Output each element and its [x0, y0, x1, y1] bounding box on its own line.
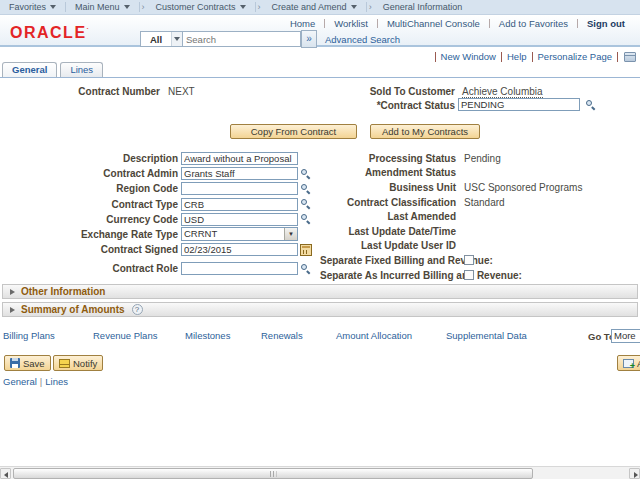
- goto-select[interactable]: More: [611, 329, 640, 343]
- page-tabs: General Lines: [2, 62, 103, 77]
- renewals-link[interactable]: Renewals: [261, 330, 303, 341]
- summary-of-amounts-section[interactable]: Summary of Amounts ?: [2, 302, 638, 317]
- notify-label: Notify: [73, 358, 97, 369]
- copy-from-contract-button[interactable]: Copy From Contract: [230, 124, 357, 139]
- field-exchange-rate-type: Exchange Rate Type CRRNT ▼: [0, 227, 322, 242]
- scroll-right-button[interactable]: [629, 468, 640, 479]
- notify-button[interactable]: Notify: [53, 355, 103, 371]
- field-amendment-status: Amendment Status: [320, 166, 640, 181]
- lookup-icon[interactable]: [300, 263, 312, 275]
- nav-add-to-favorites[interactable]: Add to Favorites: [490, 18, 577, 29]
- supplemental-data-link[interactable]: Supplemental Data: [446, 330, 527, 341]
- oracle-logo: ORACLE´: [10, 24, 90, 42]
- tab-lines[interactable]: Lines: [60, 62, 103, 77]
- help-link[interactable]: Help: [502, 51, 532, 62]
- amount-allocation-link[interactable]: Amount Allocation: [336, 330, 412, 341]
- breadcrumb-label: General Information: [383, 2, 463, 12]
- last-update-user-id-label: Last Update User ID: [320, 240, 456, 251]
- description-input[interactable]: [181, 152, 298, 165]
- contract-role-input[interactable]: [181, 262, 298, 275]
- contract-classification-value: Standard: [464, 197, 505, 208]
- scrollbar-grip-icon: [270, 471, 277, 477]
- search-scope-select[interactable]: All: [140, 31, 183, 47]
- breadcrumb-label: Create and Amend: [272, 2, 347, 12]
- nav-worklist[interactable]: Worklist: [325, 18, 377, 29]
- breadcrumb: Favorites Main Menu › Customer Contracts…: [0, 0, 640, 15]
- exchange-rate-type-select[interactable]: CRRNT ▼: [181, 227, 298, 241]
- lookup-icon[interactable]: [300, 168, 312, 180]
- milestones-link[interactable]: Milestones: [185, 330, 230, 341]
- tab-general[interactable]: General: [2, 62, 57, 77]
- calendar-icon[interactable]: [300, 244, 312, 256]
- scrollbar-thumb[interactable]: [13, 468, 533, 479]
- personalize-page-link[interactable]: Personalize Page: [533, 51, 617, 62]
- breadcrumb-create-and-amend[interactable]: Create and Amend: [263, 0, 366, 14]
- scroll-left-button[interactable]: [0, 468, 11, 479]
- breadcrumb-label: Favorites: [9, 2, 46, 12]
- notify-icon: [59, 359, 70, 368]
- lookup-icon[interactable]: [300, 213, 312, 225]
- contract-type-input[interactable]: [181, 198, 298, 211]
- chevron-down-icon: [240, 5, 246, 9]
- add-button[interactable]: Add: [617, 355, 640, 371]
- save-icon: [10, 358, 20, 368]
- advanced-search-link[interactable]: Advanced Search: [325, 34, 400, 45]
- region-code-input[interactable]: [181, 182, 298, 195]
- currency-code-label: Currency Code: [0, 214, 181, 225]
- save-button[interactable]: Save: [4, 355, 51, 371]
- other-information-section[interactable]: Other Information: [2, 284, 638, 299]
- field-contract-classification: Contract Classification Standard: [320, 195, 640, 210]
- sold-to-customer-label: Sold To Customer: [295, 86, 455, 97]
- separate-as-incurred-billing-checkbox[interactable]: [464, 270, 474, 280]
- amendment-status-label: Amendment Status: [320, 167, 456, 178]
- save-label: Save: [23, 358, 45, 369]
- nav-home[interactable]: Home: [281, 18, 324, 29]
- chevron-right-icon: ›: [367, 2, 374, 12]
- search-input[interactable]: [183, 31, 301, 47]
- breadcrumb-favorites[interactable]: Favorites: [0, 0, 65, 14]
- field-processing-status: Processing Status Pending: [320, 151, 640, 166]
- lookup-icon[interactable]: [300, 183, 312, 195]
- footer-general-link[interactable]: General: [3, 376, 37, 387]
- contract-type-label: Contract Type: [0, 199, 181, 210]
- search-go-button[interactable]: »: [301, 30, 317, 48]
- field-contract-role: Contract Role: [0, 261, 322, 276]
- currency-code-input[interactable]: [181, 213, 298, 226]
- field-last-amended: Last Amended: [320, 209, 640, 224]
- contract-status-label: *Contract Status: [295, 100, 455, 111]
- personalize-layout-icon[interactable]: [624, 52, 636, 62]
- field-contract-signed: Contract Signed: [0, 242, 322, 257]
- last-amended-label: Last Amended: [320, 211, 456, 222]
- add-icon: [623, 359, 634, 368]
- footer-lines-link[interactable]: Lines: [45, 376, 68, 387]
- lookup-icon[interactable]: [300, 198, 312, 210]
- revenue-plans-link[interactable]: Revenue Plans: [93, 330, 157, 341]
- lookup-icon[interactable]: [585, 99, 597, 111]
- help-icon[interactable]: ?: [132, 304, 143, 315]
- billing-plans-link[interactable]: Billing Plans: [3, 330, 55, 341]
- contract-fields: Description Contract Admin Region Code C…: [0, 151, 322, 276]
- field-contract-type: Contract Type: [0, 197, 322, 212]
- sold-to-customer-link[interactable]: Achieve Columbia: [462, 86, 543, 98]
- field-separate-as-incurred-billing: Separate As Incurred Billing and Revenue…: [320, 268, 640, 283]
- contract-role-label: Contract Role: [0, 263, 181, 274]
- expand-arrow-icon: [10, 289, 15, 295]
- sign-out-link[interactable]: Sign out: [578, 18, 634, 29]
- contract-signed-input[interactable]: [181, 243, 298, 256]
- separate-fixed-billing-label: Separate Fixed Billing and Revenue:: [320, 255, 456, 266]
- business-unit-value: USC Sponsored Programs: [464, 182, 582, 193]
- field-last-update-user-id: Last Update User ID: [320, 239, 640, 254]
- footer-page-links: General|Lines: [3, 376, 68, 387]
- breadcrumb-main-menu[interactable]: Main Menu: [66, 0, 139, 14]
- field-description: Description: [0, 151, 322, 166]
- separate-as-incurred-billing-label: Separate As Incurred Billing and Revenue…: [320, 270, 456, 281]
- breadcrumb-customer-contracts[interactable]: Customer Contracts: [147, 0, 255, 14]
- add-to-my-contracts-button[interactable]: Add to My Contracts: [370, 124, 480, 139]
- horizontal-scrollbar[interactable]: [0, 466, 640, 479]
- breadcrumb-label: Customer Contracts: [156, 2, 236, 12]
- separate-fixed-billing-checkbox[interactable]: [464, 255, 474, 265]
- new-window-link[interactable]: New Window: [436, 51, 501, 62]
- contract-status-input[interactable]: [458, 98, 580, 111]
- nav-multichannel-console[interactable]: MultiChannel Console: [378, 18, 489, 29]
- contract-admin-input[interactable]: [181, 167, 298, 180]
